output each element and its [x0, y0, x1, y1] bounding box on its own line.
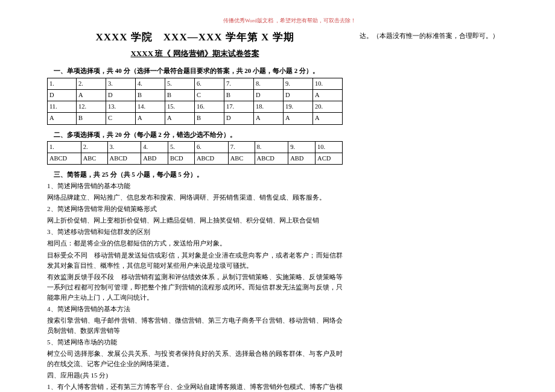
- cell: A: [312, 113, 342, 124]
- section1-heading: 一、单项选择项，共 40 分（选择一个最符合题目要求的答案，共 20 小题，每小…: [47, 66, 343, 76]
- cell: 2.: [77, 78, 106, 89]
- q1-answer: 网络品牌建立、网站推广、信息发布和搜索、网络调研、开拓销售渠道、销售促成、顾客服…: [47, 192, 343, 203]
- cell: 6.: [195, 78, 224, 89]
- cell: ABCD: [107, 153, 141, 164]
- table-1: 1. 2. 3. 4. 5. 6. 7. 8. 9. 10. D A D B B: [47, 78, 343, 125]
- cell: ABCD: [255, 153, 288, 164]
- q3-answer-3: 有效监测反馈手段不段 移动营销有监测和评估绩效体系，从制订营销策略、实施策略、反…: [47, 272, 343, 303]
- cell: 3.: [106, 78, 136, 89]
- cell: 5.: [165, 78, 195, 89]
- table-row: 1. 2. 3. 4. 5. 6. 7. 8. 9. 10.: [48, 78, 343, 89]
- cell: C: [106, 113, 136, 124]
- cell: 17.: [224, 101, 254, 113]
- table-row: ABCD ABC ABCD ABD BCD ABCD ABC ABCD ABD …: [48, 153, 343, 164]
- cell: ABD: [141, 153, 168, 164]
- cell: 7.: [228, 141, 255, 153]
- cell: D: [224, 113, 254, 124]
- cell: BCD: [168, 153, 195, 164]
- cell: ABD: [288, 153, 316, 164]
- header-note: 传播优秀Word版文档 ，希望对您有帮助，可双击去除！: [47, 17, 532, 25]
- cell: 15.: [165, 101, 195, 113]
- right-note: 达。（本题没有惟一的标准答案，合理即可。）: [360, 31, 532, 41]
- cell: D: [106, 89, 136, 101]
- q3-answer-2: 目标受众不同 移动营销是发送短信或彩信，其对象是企业潜在或意向客户，或者老客户；…: [47, 250, 343, 271]
- cell: B: [136, 89, 165, 101]
- cell: 2.: [81, 141, 107, 153]
- cell: 4.: [141, 141, 168, 153]
- cell: 18.: [253, 101, 283, 113]
- cell: 3.: [107, 141, 141, 153]
- section3-heading: 三、简答题，共 25 分（共 5 小题，每小题 5 分）。: [47, 169, 343, 180]
- cell: B: [195, 113, 224, 124]
- doc-subtitle: XXXX 班《 网络营销》期末试卷答案: [47, 48, 343, 60]
- section2-heading: 二、多项选择项，共 20 分（每小题 2 分，错选少选不给分）。: [47, 130, 343, 140]
- q5-title: 5、简述网络市场的功能: [47, 337, 343, 347]
- cell: D: [283, 89, 312, 101]
- cell: B: [165, 89, 195, 101]
- cell: 12.: [77, 101, 106, 113]
- cell: ABC: [228, 153, 255, 164]
- doc-title: XXXX 学院 XXX—XXX 学年第 X 学期: [47, 30, 343, 45]
- cell: 1.: [48, 141, 81, 153]
- cell: 13.: [106, 101, 136, 113]
- cell: 10.: [316, 141, 343, 153]
- cell: 8.: [253, 78, 283, 89]
- cell: A: [165, 113, 195, 124]
- cell: A: [253, 113, 283, 124]
- cell: 19.: [283, 101, 312, 113]
- cell: D: [253, 89, 283, 101]
- cell: ACD: [316, 153, 343, 164]
- cell: 11.: [48, 101, 77, 113]
- cell: 6.: [195, 141, 229, 153]
- q3-answer-1: 相同点：都是将企业的信息都短信的方式，发送给用户对象。: [47, 238, 343, 248]
- cell: 10.: [312, 78, 342, 89]
- cell: 7.: [224, 78, 254, 89]
- cell: ABC: [81, 153, 107, 164]
- table-2: 1. 2. 3. 4. 5. 6. 7. 8. 9. 10. ABCD ABC …: [47, 141, 343, 165]
- q2-answer: 网上折价促销、网上变相折价促销、网上赠品促销、网上抽奖促销、积分促销、网上联合促…: [47, 215, 343, 226]
- cell: 14.: [136, 101, 165, 113]
- table-row: 1. 2. 3. 4. 5. 6. 7. 8. 9. 10.: [48, 141, 343, 153]
- q4-answer: 搜索引擎营销、电子邮件营销、博客营销、微信营销、第三方电子商务平台营销、移动营销…: [47, 315, 343, 336]
- left-column: XXXX 学院 XXX—XXX 学年第 X 学期 XXXX 班《 网络营销》期末…: [47, 30, 343, 392]
- cell: A: [136, 113, 165, 124]
- right-column: 达。（本题没有惟一的标准答案，合理即可。）: [360, 30, 532, 392]
- cell: 9.: [283, 78, 312, 89]
- q4-title: 4、简述网络营销的基本方法: [47, 304, 343, 314]
- s4-answer-1: 1、有个人博客营销，还有第三方博客平台、企业网站自建博客频道、博客营销外包模式、…: [47, 382, 343, 392]
- cell: A: [48, 113, 77, 124]
- cell: ABCD: [48, 153, 81, 164]
- q5-answer: 树立公司选择形象、发展公共关系、与投资者保持良好的关系、选择最合格的顾客群体、与…: [47, 349, 343, 369]
- table-row: A B C A A B D A A A: [48, 113, 343, 124]
- cell: 20.: [312, 101, 342, 113]
- cell: 8.: [255, 141, 288, 153]
- cell: A: [312, 89, 342, 101]
- cell: A: [77, 89, 106, 101]
- cell: B: [77, 113, 106, 124]
- cell: 9.: [288, 141, 316, 153]
- cell: B: [224, 89, 254, 101]
- cell: A: [283, 113, 312, 124]
- cell: ABCD: [195, 153, 229, 164]
- q1-title: 1、简述网络营销的基本功能: [47, 181, 343, 191]
- q3-title: 3、简述移动营销和短信群发的区别: [47, 227, 343, 237]
- cell: 4.: [136, 78, 165, 89]
- table-row: D A D B B C B D D A: [48, 89, 343, 101]
- section4-heading: 四、应用题(共 15 分): [47, 370, 343, 381]
- cell: C: [195, 89, 224, 101]
- cell: D: [48, 89, 77, 101]
- cell: 1.: [48, 78, 77, 89]
- content-columns: XXXX 学院 XXX—XXX 学年第 X 学期 XXXX 班《 网络营销》期末…: [47, 30, 532, 392]
- cell: 5.: [168, 141, 195, 153]
- q2-title: 2、简述网络营销常用的促销策略形式: [47, 204, 343, 214]
- cell: 16.: [195, 101, 224, 113]
- table-row: 11. 12. 13. 14. 15. 16. 17. 18. 19. 20.: [48, 101, 343, 113]
